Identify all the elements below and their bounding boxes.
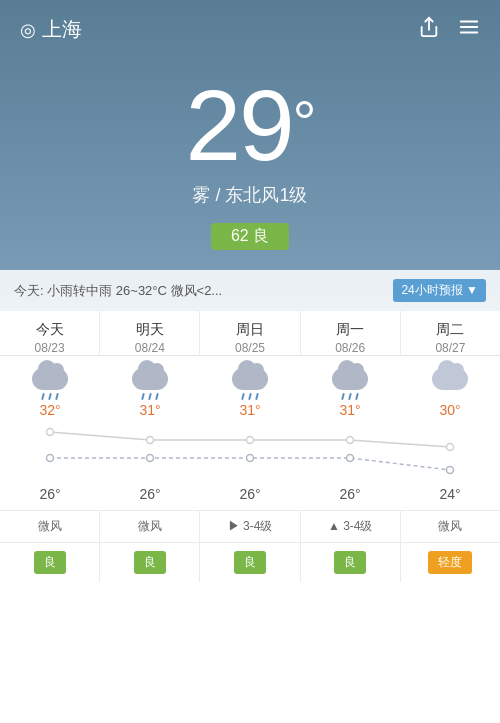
weather-icon-4	[400, 368, 500, 394]
svg-point-6	[247, 437, 254, 444]
low-temp-4: 24°	[400, 482, 500, 506]
col-day-1: 明天	[136, 321, 164, 339]
location-area: ◎ 上海	[20, 16, 82, 43]
wind-2: ▶ 3-4级	[200, 511, 300, 542]
svg-point-10	[147, 455, 154, 462]
daily-forecast: 今天 08/23 明天 08/24 周日 08/25 周一 08/26 周二 0…	[0, 311, 500, 723]
forecast-col-4: 周二 08/27	[401, 311, 500, 355]
aqi-tag-1: 良	[134, 551, 166, 574]
forecast-col-2: 周日 08/25	[200, 311, 300, 355]
svg-point-12	[347, 455, 354, 462]
low-temp-0: 26°	[0, 482, 100, 506]
svg-point-4	[47, 429, 54, 436]
low-temp-3: 26°	[300, 482, 400, 506]
aqi-tag-3: 良	[334, 551, 366, 574]
wind-1: 微风	[100, 511, 200, 542]
weather-icon-2	[200, 368, 300, 394]
col-day-4: 周二	[436, 321, 464, 339]
location-text: 上海	[42, 16, 82, 43]
weather-app: ◎ 上海 29° 雾 / 东北风1级	[0, 0, 500, 723]
temperature-display: 29°	[0, 75, 500, 175]
chart-area	[0, 422, 500, 482]
col-date-4: 08/27	[435, 341, 465, 355]
today-bar: 今天: 小雨转中雨 26~32°C 微风<2... 24小时预报 ▼	[0, 270, 500, 311]
forecast-col-0: 今天 08/23	[0, 311, 100, 355]
aqi-badge: 62 良	[211, 223, 289, 250]
svg-point-11	[247, 455, 254, 462]
col-date-3: 08/26	[335, 341, 365, 355]
aqi-label: 良	[253, 227, 269, 244]
wind-row: 微风 微风 ▶ 3-4级 ▲ 3-4级 微风	[0, 510, 500, 543]
today-bar-text: 今天: 小雨转中雨 26~32°C 微风<2...	[14, 282, 387, 300]
wind-4: 微风	[401, 511, 500, 542]
col-day-3: 周一	[336, 321, 364, 339]
aqi-tag-2: 良	[234, 551, 266, 574]
share-icon[interactable]	[418, 16, 440, 43]
aqi-row: 良 良 良 良 轻度	[0, 543, 500, 582]
forecast-col-1: 明天 08/24	[100, 311, 200, 355]
location-icon: ◎	[20, 19, 36, 41]
forecast-col-3: 周一 08/26	[301, 311, 401, 355]
forecast-24h-button[interactable]: 24小时预报 ▼	[393, 279, 486, 302]
rain-icon-0	[32, 368, 68, 390]
aqi-cell-4: 轻度	[401, 543, 500, 582]
menu-icon[interactable]	[458, 16, 480, 43]
svg-point-5	[147, 437, 154, 444]
wind-3: ▲ 3-4级	[301, 511, 401, 542]
low-temp-1: 26°	[100, 482, 200, 506]
top-icons	[418, 16, 480, 43]
aqi-cell-0: 良	[0, 543, 100, 582]
col-date-1: 08/24	[135, 341, 165, 355]
forecast-header: 今天 08/23 明天 08/24 周日 08/25 周一 08/26 周二 0…	[0, 311, 500, 356]
high-temp-0: 32°	[0, 398, 100, 422]
svg-point-9	[47, 455, 54, 462]
high-temp-1: 31°	[100, 398, 200, 422]
col-date-2: 08/25	[235, 341, 265, 355]
rain-icon-1	[132, 368, 168, 390]
aqi-cell-2: 良	[200, 543, 300, 582]
svg-point-13	[447, 467, 454, 474]
rain-icon-3	[332, 368, 368, 390]
temp-value: 29	[185, 69, 292, 181]
weather-icon-0	[0, 368, 100, 394]
col-date-0: 08/23	[35, 341, 65, 355]
cloud-icon-4	[432, 368, 468, 390]
wind-0: 微风	[0, 511, 100, 542]
high-temp-2: 31°	[200, 398, 300, 422]
weather-icon-1	[100, 368, 200, 394]
col-day-0: 今天	[36, 321, 64, 339]
aqi-cell-1: 良	[100, 543, 200, 582]
weather-icons-row	[0, 356, 500, 394]
high-temp-4: 30°	[400, 398, 500, 422]
aqi-tag-4: 轻度	[428, 551, 472, 574]
rain-icon-2	[232, 368, 268, 390]
high-temp-3: 31°	[300, 398, 400, 422]
col-day-2: 周日	[236, 321, 264, 339]
forecast-btn-label: 24小时预报	[401, 283, 462, 297]
aqi-tag-0: 良	[34, 551, 66, 574]
top-bar: ◎ 上海	[0, 0, 500, 55]
main-temp-section: 29° 雾 / 东北风1级 62 良	[0, 55, 500, 260]
aqi-cell-3: 良	[301, 543, 401, 582]
svg-point-7	[347, 437, 354, 444]
svg-point-8	[447, 444, 454, 451]
weather-description: 雾 / 东北风1级	[0, 183, 500, 207]
low-temps-row: 26° 26° 26° 26° 24°	[0, 482, 500, 510]
temperature-chart	[0, 422, 500, 482]
forecast-btn-arrow: ▼	[466, 283, 478, 297]
low-temp-2: 26°	[200, 482, 300, 506]
weather-icon-3	[300, 368, 400, 394]
aqi-value: 62	[231, 227, 249, 244]
degree-symbol: °	[293, 93, 315, 153]
